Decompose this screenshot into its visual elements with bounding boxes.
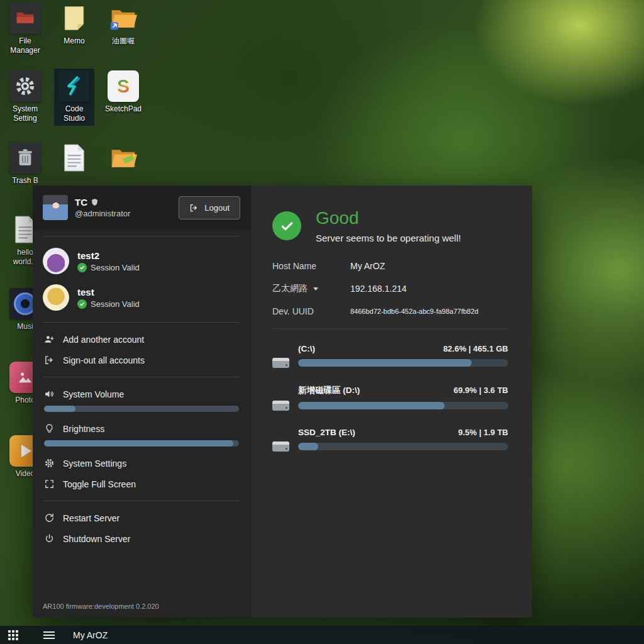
disk-name: (C:\) — [298, 344, 315, 353]
start-menu-button[interactable] — [26, 626, 63, 644]
desktop-icon-shared-folder[interactable]: 油圖喔 — [103, 3, 143, 46]
divider — [43, 377, 240, 377]
add-account-item[interactable]: Add another account — [33, 329, 250, 350]
desktop-icon-label: 油圖喔 — [112, 36, 135, 46]
disk-usage-fill — [298, 359, 472, 367]
brightness-slider-fill — [44, 440, 233, 447]
menu-label: Brightness — [63, 424, 104, 434]
disk-usage-fill — [298, 443, 318, 450]
document-icon — [58, 142, 90, 174]
menu-label: Restart Server — [63, 513, 119, 523]
file-manager-icon — [9, 3, 41, 34]
disk-usage-fill — [298, 402, 445, 409]
desktop-icon-memo[interactable]: Memo — [54, 3, 94, 46]
divider — [272, 328, 508, 329]
desktop-icon-label: Code Studio — [54, 104, 94, 123]
disk-row-d: 新增磁碟區 (D:\) 69.9% | 3.6 TB — [272, 385, 508, 411]
desktop-icon-label: Video — [16, 469, 35, 479]
admin-shield-icon — [91, 198, 99, 206]
divider — [43, 236, 240, 236]
desktop-icon-trash[interactable]: Trash B — [5, 142, 45, 186]
taskbar-title: My ArOZ — [73, 630, 108, 640]
memo-icon — [58, 3, 90, 34]
disk-usage: 69.9% | 3.6 TB — [453, 386, 508, 395]
user-header: TC @administrator Logout — [33, 186, 250, 230]
toggle-fullscreen-item[interactable]: Toggle Full Screen — [33, 474, 250, 494]
desktop-icon-document[interactable] — [54, 142, 94, 176]
desktop-icon-file-manager[interactable]: File Manager — [5, 3, 45, 55]
volume-slider-fill — [44, 406, 75, 412]
disk-row-e: SSD_2TB (E:\) 9.5% | 1.9 TB — [272, 428, 508, 452]
system-settings-item[interactable]: System Settings — [33, 453, 250, 474]
quick-access-panel: TC @administrator Logout test2 Session V… — [33, 186, 532, 618]
session-status: Session Valid — [91, 263, 140, 272]
account-item-test[interactable]: test Session Valid — [33, 279, 250, 316]
trash-icon — [9, 142, 41, 174]
menu-label: Shutdown Server — [63, 534, 130, 544]
code-studio-icon — [58, 70, 90, 102]
drive-icon — [272, 358, 289, 368]
menu-label: Sign-out all accounts — [63, 355, 145, 365]
play-icon — [21, 445, 31, 457]
desktop-icon-label: Photo — [15, 396, 35, 405]
desktop-icon-label: Trash B — [12, 176, 38, 186]
user-panel: TC @administrator Logout test2 Session V… — [33, 186, 250, 618]
account-avatar — [43, 284, 69, 311]
ip-address-value: 192.168.1.214 — [350, 284, 407, 294]
session-valid-icon — [77, 299, 87, 309]
folder-edit-icon — [108, 142, 139, 174]
menu-label: System Settings — [63, 458, 126, 469]
network-label: 乙太網路 — [272, 283, 308, 294]
volume-slider[interactable] — [44, 406, 239, 412]
disk-usage-bar — [298, 359, 508, 367]
desktop-icon-label: Memo — [64, 36, 84, 46]
drive-icon — [272, 401, 289, 411]
disk-name: 新增磁碟區 (D:\) — [298, 385, 360, 396]
system-volume-item: System Volume — [33, 384, 250, 404]
status-message: Server seems to be operating well! — [316, 233, 461, 243]
account-item-test2[interactable]: test2 Session Valid — [33, 243, 250, 279]
bulb-icon — [44, 423, 55, 434]
disk-usage-bar — [298, 443, 508, 450]
network-selector[interactable]: 乙太網路 — [272, 283, 350, 294]
desktop-icon-label: SketchPad — [105, 104, 142, 114]
shutdown-server-item[interactable]: Shutdown Server — [33, 528, 250, 549]
disk-name: SSD_2TB (E:\) — [298, 428, 355, 437]
uuid-label: Dev. UUID — [272, 306, 350, 316]
drive-icon — [272, 441, 289, 452]
desktop-icon-code-studio[interactable]: Code Studio — [54, 69, 94, 126]
logout-button[interactable]: Logout — [179, 196, 240, 219]
app-grid-button[interactable] — [0, 626, 26, 644]
brightness-item: Brightness — [33, 418, 250, 439]
restart-icon — [44, 513, 55, 523]
logout-icon — [189, 203, 199, 213]
desktop-icon-system-setting[interactable]: System Setting — [5, 70, 45, 123]
sketchpad-icon: S — [108, 70, 139, 102]
menu-label: Add another account — [63, 335, 144, 345]
sign-out-icon — [44, 355, 55, 365]
divider — [43, 501, 240, 501]
chevron-down-icon — [313, 287, 318, 291]
speaker-icon — [44, 389, 55, 399]
disk-usage: 9.5% | 1.9 TB — [458, 428, 508, 437]
hamburger-icon — [43, 631, 55, 639]
signout-all-item[interactable]: Sign-out all accounts — [33, 350, 250, 370]
logout-label: Logout — [204, 203, 230, 213]
desktop-icon-folder-edit[interactable] — [103, 142, 143, 176]
gear-icon — [9, 70, 41, 102]
menu-label: Toggle Full Screen — [63, 479, 136, 489]
user-handle: @administrator — [75, 209, 172, 218]
account-name: test2 — [77, 250, 140, 261]
uuid-value: 8466bd72-bdb6-452a-abc9-fa98a77fb82d — [350, 308, 479, 315]
desktop-icon-label: Musi — [17, 322, 33, 331]
brightness-slider[interactable] — [44, 440, 239, 447]
desktop-icon-sketchpad[interactable]: S SketchPad — [103, 70, 143, 114]
folder-shortcut-icon — [108, 3, 139, 34]
fullscreen-icon — [44, 479, 55, 489]
user-avatar — [43, 195, 68, 220]
restart-server-item[interactable]: Restart Server — [33, 508, 250, 528]
hostname-row: Host Name My ArOZ — [272, 261, 508, 271]
status-ok-icon — [272, 211, 301, 240]
hostname-value: My ArOZ — [350, 261, 385, 271]
session-status: Session Valid — [91, 299, 140, 309]
